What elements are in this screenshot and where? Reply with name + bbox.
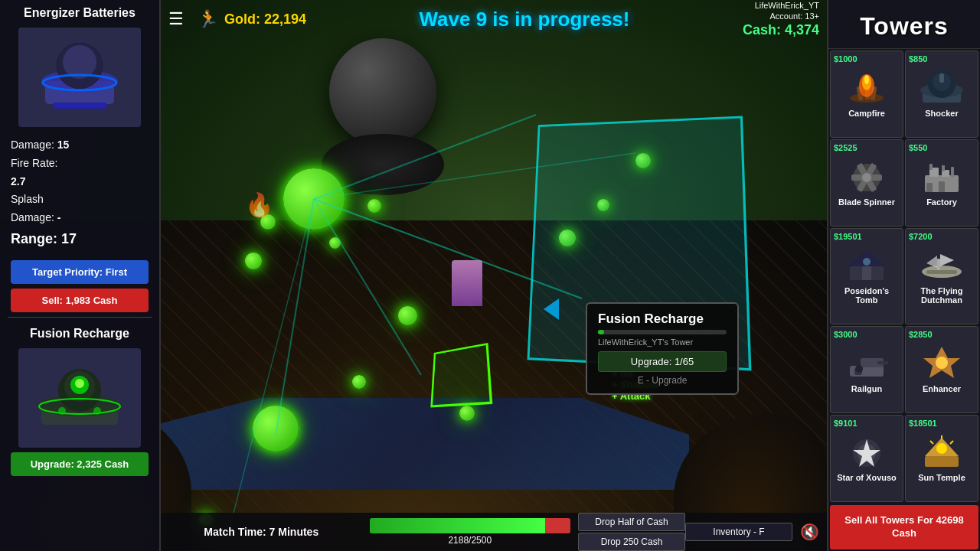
flying-dutchman-svg — [919, 245, 965, 283]
tower1-image — [18, 28, 141, 127]
star-of-xovuso-name: Star of Xovuso — [837, 473, 897, 482]
star-of-xovuso-price: $9101 — [834, 419, 858, 428]
blue-path — [153, 398, 689, 490]
fusion-tooltip: Fusion Recharge LifeWithErick_YT's Tower… — [586, 302, 739, 395]
enhancer-img — [915, 341, 969, 383]
sell-tower1-button[interactable]: Sell: 1,983 Cash — [11, 289, 149, 312]
campfire-name: Campfire — [848, 109, 885, 118]
sell-all-towers-button[interactable]: Sell All Towers For 42698 Cash — [830, 505, 978, 549]
campfire-img — [840, 65, 893, 107]
sun-temple-price: $18501 — [909, 419, 937, 428]
star-of-xovuso-img — [840, 429, 893, 471]
tower-shop-enhancer[interactable]: $2850 Enhancer — [905, 326, 978, 413]
tower-shop-poseidons-tomb[interactable]: $19501 Poseidon's Tomb — [830, 228, 903, 324]
svg-rect-43 — [942, 165, 945, 171]
damage2-value: - — [57, 211, 61, 223]
health-bar-bg — [370, 518, 571, 533]
svg-point-20 — [58, 407, 66, 415]
railgun-name: Railgun — [851, 384, 882, 393]
shocker-svg — [919, 67, 965, 106]
fusion-tooltip-e-prompt: E - Upgrade — [598, 375, 727, 386]
flying-dutchman-name: The Flying Dutchman — [909, 286, 975, 305]
tower-shop-factory[interactable]: $550 Factory — [905, 139, 978, 227]
fire-rate-label: Fire Rate: — [11, 157, 57, 169]
tower2-image — [18, 348, 141, 448]
match-time: Match Time: 7 Minutes — [161, 526, 362, 538]
svg-marker-53 — [940, 254, 954, 266]
tower-shop-blade-spinner[interactable]: $2525 Blade Spinner — [830, 139, 903, 227]
tower-shop-grid: $1000 Campfire $850 — [828, 49, 980, 504]
svg-rect-66 — [925, 456, 959, 467]
flying-dutchman-price: $7200 — [909, 232, 933, 241]
tower-shop-campfire[interactable]: $1000 Campfire — [830, 51, 903, 138]
blade-spinner-name: Blade Spinner — [838, 197, 895, 207]
inventory-button[interactable]: Inventory - F — [685, 523, 792, 541]
fire-effect: 🔥 — [245, 191, 273, 218]
shocker-img — [915, 65, 969, 107]
svg-point-60 — [855, 365, 863, 373]
menu-button[interactable]: ☰ — [168, 9, 184, 29]
fusion-tooltip-upgrade-text: Upgrade: 1/65 — [598, 351, 727, 372]
health-bar-damage — [545, 518, 570, 533]
factory-name: Factory — [926, 197, 957, 207]
svg-point-50 — [863, 258, 871, 266]
tower-shop-shocker[interactable]: $850 Shocker — [905, 51, 978, 138]
tower-shop-flying-dutchman[interactable]: $7200 The Flying Dutchman — [905, 228, 978, 324]
health-bar-fill — [370, 518, 546, 533]
svg-point-21 — [93, 407, 101, 415]
svg-marker-54 — [926, 256, 937, 268]
tower-shop-railgun[interactable]: $3000 Railgun — [830, 326, 903, 413]
character-icon[interactable]: 🏃 — [198, 9, 218, 29]
damage2-label: Damage: — [11, 211, 54, 223]
drop-half-button[interactable]: Drop Half of Cash — [578, 513, 685, 531]
shocker-price: $850 — [909, 54, 927, 64]
green-orb-right — [459, 406, 475, 421]
factory-price: $550 — [909, 143, 927, 152]
sound-toggle-button[interactable]: 🔇 — [792, 523, 827, 541]
tower2-title: Fusion Recharge — [0, 321, 159, 344]
factory-img — [915, 154, 969, 196]
top-hud: ☰ 🏃 Gold: 22,194 Wave 9 is in progress! … — [161, 0, 827, 38]
account-display: Account: 13+ — [769, 11, 819, 21]
svg-rect-33 — [939, 73, 944, 83]
wave-text: Wave 9 is in progress! — [419, 8, 629, 31]
svg-point-18 — [75, 379, 84, 388]
green-orb-main — [283, 168, 345, 230]
poseidons-tomb-svg — [844, 245, 890, 283]
target-priority-button[interactable]: Target Priority: First — [11, 260, 149, 284]
tower-shop-sun-temple[interactable]: $18501 Sun Temple — [905, 415, 978, 502]
svg-point-38 — [862, 173, 871, 182]
fusion-tooltip-bar — [598, 330, 727, 334]
user-display: LifeWithErick_YT — [755, 1, 819, 10]
blade-spinner-img — [840, 154, 893, 196]
blade-spinner-svg — [844, 156, 890, 194]
svg-line-70 — [930, 441, 933, 444]
sun-temple-name: Sun Temple — [918, 473, 965, 482]
campfire-price: $1000 — [834, 54, 858, 64]
poseidons-tomb-price: $19501 — [834, 232, 862, 241]
star-of-xovuso-svg — [844, 432, 890, 470]
shocker-name: Shocker — [925, 109, 958, 118]
drop-btn-area: Drop Half of Cash Drop 250 Cash — [578, 513, 685, 551]
tower1-stats: Damage: 15 Fire Rate: 2.7 Splash Damage:… — [0, 132, 159, 256]
svg-rect-49 — [862, 266, 871, 280]
drop-250-button[interactable]: Drop 250 Cash — [578, 533, 685, 551]
fusion-tooltip-owner: LifeWithErick_YT's Tower — [598, 337, 727, 347]
green-orb-small-5 — [352, 375, 366, 389]
svg-rect-46 — [939, 181, 945, 192]
health-bar-container: 2188/2500 — [362, 518, 579, 546]
damage-label: Damage: — [11, 139, 54, 151]
campfire-svg — [844, 67, 890, 106]
svg-rect-58 — [877, 361, 888, 364]
enhancer-price: $2850 — [909, 330, 933, 339]
damage-value: 15 — [57, 139, 70, 151]
tower-shop-star-of-xovuso[interactable]: $9101 Star of Xovuso — [830, 415, 903, 502]
svg-line-71 — [950, 441, 953, 444]
health-text: 2188/2500 — [370, 535, 571, 546]
cash-display: Cash: 4,374 — [743, 22, 819, 38]
green-orb-large-2 — [253, 406, 299, 452]
green-orb-mid — [398, 306, 417, 325]
svg-rect-11 — [53, 103, 106, 109]
upgrade-tower2-button[interactable]: Upgrade: 2,325 Cash — [11, 452, 149, 476]
fusion-upgrade-bar-fill — [598, 330, 604, 334]
